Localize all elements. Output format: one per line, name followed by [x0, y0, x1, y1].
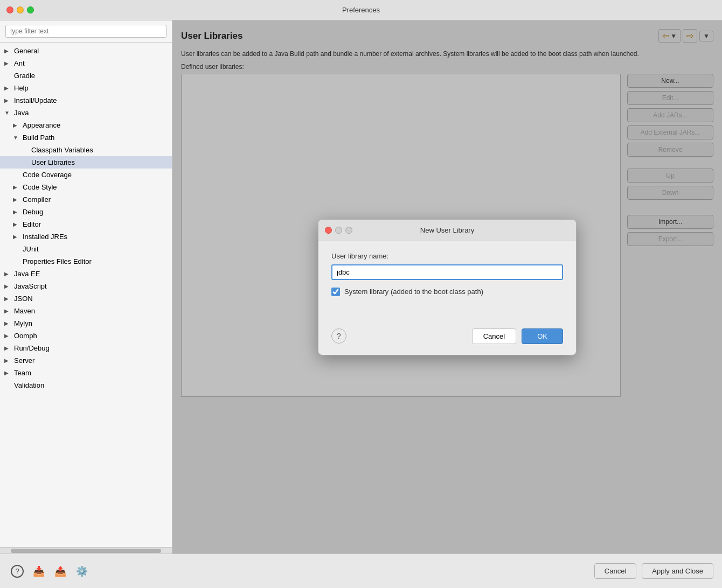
- arrow-icon: [4, 320, 12, 326]
- arrow-icon: [4, 110, 12, 116]
- sidebar-scrollbar[interactable]: [0, 547, 172, 554]
- arrow-icon: [13, 234, 20, 240]
- arrow-icon: [4, 345, 12, 351]
- search-input[interactable]: [5, 25, 166, 38]
- system-library-row: System library (added to the boot class …: [331, 288, 563, 296]
- sidebar-tree: General Ant Gradle Help Install/Update J…: [0, 43, 172, 547]
- sidebar-item-label: Code Style: [23, 183, 57, 191]
- modal-overlay: New User Library User library name: Syst…: [172, 20, 722, 554]
- close-button[interactable]: [6, 6, 13, 13]
- sidebar-item-user-libraries[interactable]: User Libraries: [0, 156, 172, 169]
- bottom-right: Cancel Apply and Close: [594, 563, 713, 579]
- sidebar-item-label: Appearance: [23, 121, 60, 129]
- sidebar-item-label: Ant: [14, 59, 25, 67]
- library-name-input[interactable]: [331, 264, 563, 280]
- sidebar-item-label: Gradle: [14, 72, 35, 80]
- help-icon-button[interactable]: ?: [9, 563, 26, 580]
- sidebar-item-gradle[interactable]: Gradle: [0, 69, 172, 82]
- sidebar-item-label: JavaScript: [14, 282, 47, 290]
- arrow-icon: [4, 296, 12, 302]
- help-button[interactable]: ?: [331, 328, 346, 344]
- arrow-icon: [4, 48, 12, 54]
- sidebar-item-label: Java: [14, 109, 29, 117]
- sidebar-item-general[interactable]: General: [0, 45, 172, 57]
- sidebar-item-editor[interactable]: Editor: [0, 218, 172, 230]
- sidebar-item-label: Debug: [23, 208, 43, 216]
- modal-close-button[interactable]: [325, 227, 332, 234]
- sidebar-item-label: Compiler: [23, 195, 51, 204]
- sidebar-item-code-style[interactable]: Code Style: [0, 181, 172, 193]
- sidebar-item-installed-jres[interactable]: Installed JREs: [0, 230, 172, 243]
- modal-title: New User Library: [420, 226, 474, 234]
- sidebar-item-code-coverage[interactable]: Code Coverage: [0, 169, 172, 181]
- maximize-button[interactable]: [27, 6, 34, 13]
- sidebar-item-java[interactable]: Java: [0, 107, 172, 119]
- import-settings-button[interactable]: 📥: [30, 563, 47, 580]
- sidebar-item-label: Team: [14, 369, 31, 377]
- bottom-bar: ? 📥 📤 ⚙️ Cancel Apply and Close: [0, 554, 722, 588]
- library-name-label: User library name:: [331, 252, 563, 260]
- sidebar-item-java-ee[interactable]: Java EE: [0, 268, 172, 280]
- sidebar-item-help[interactable]: Help: [0, 82, 172, 94]
- modal-titlebar: New User Library: [318, 220, 576, 241]
- sidebar-item-oomph[interactable]: Oomph: [0, 330, 172, 342]
- sidebar-item-junit[interactable]: JUnit: [0, 243, 172, 255]
- arrow-icon: [4, 370, 12, 376]
- modal-window-controls: [325, 227, 352, 234]
- export-settings-button[interactable]: 📤: [52, 563, 69, 580]
- sidebar-item-appearance[interactable]: Appearance: [0, 119, 172, 131]
- window-controls: [6, 6, 34, 13]
- sidebar-item-label: Code Coverage: [23, 171, 72, 179]
- title-bar: Preferences: [0, 0, 722, 20]
- apply-close-button[interactable]: Apply and Close: [642, 563, 713, 579]
- arrow-icon: [13, 135, 20, 141]
- sidebar-item-label: Build Path: [23, 134, 54, 142]
- arrow-icon: [4, 308, 12, 314]
- sidebar-item-install-update[interactable]: Install/Update: [0, 94, 172, 107]
- sidebar-item-label: Oomph: [14, 332, 37, 340]
- new-user-library-dialog: New User Library User library name: Syst…: [318, 219, 577, 355]
- system-library-checkbox[interactable]: [331, 288, 340, 296]
- sidebar-item-json[interactable]: JSON: [0, 292, 172, 305]
- sidebar-item-mylyn[interactable]: Mylyn: [0, 317, 172, 330]
- sidebar-item-label: JUnit: [23, 245, 39, 253]
- cancel-button[interactable]: Cancel: [594, 563, 636, 579]
- search-box: [0, 20, 172, 43]
- sidebar-item-label: Mylyn: [14, 319, 32, 327]
- sidebar-item-properties-files-editor[interactable]: Properties Files Editor: [0, 255, 172, 268]
- sidebar-item-debug[interactable]: Debug: [0, 206, 172, 218]
- sidebar-item-compiler[interactable]: Compiler: [0, 193, 172, 206]
- preferences-icon-button[interactable]: ⚙️: [73, 563, 91, 580]
- arrow-icon: [4, 60, 12, 66]
- sidebar-item-build-path[interactable]: Build Path: [0, 131, 172, 144]
- sidebar-item-label: Validation: [14, 381, 44, 389]
- sidebar-item-run-debug[interactable]: Run/Debug: [0, 342, 172, 354]
- sidebar: General Ant Gradle Help Install/Update J…: [0, 20, 172, 554]
- arrow-icon: [4, 97, 12, 103]
- system-library-label: System library (added to the boot class …: [344, 288, 483, 296]
- arrow-icon: [13, 209, 20, 215]
- modal-cancel-button[interactable]: Cancel: [472, 328, 516, 344]
- sidebar-item-ant[interactable]: Ant: [0, 57, 172, 69]
- arrow-icon: [4, 271, 12, 277]
- bottom-left: ? 📥 📤 ⚙️: [9, 563, 91, 580]
- modal-footer: ? Cancel OK: [318, 328, 576, 355]
- sidebar-item-label: Help: [14, 84, 29, 92]
- sidebar-item-label: Classpath Variables: [31, 146, 93, 154]
- modal-maximize-button[interactable]: [345, 227, 352, 234]
- sidebar-item-classpath-variables[interactable]: Classpath Variables: [0, 144, 172, 156]
- arrow-icon: [13, 122, 20, 128]
- sidebar-item-label: Properties Files Editor: [23, 257, 92, 265]
- export-settings-icon: 📤: [54, 565, 66, 577]
- import-settings-icon: 📥: [33, 565, 45, 577]
- modal-minimize-button[interactable]: [335, 227, 342, 234]
- sidebar-item-javascript[interactable]: JavaScript: [0, 280, 172, 292]
- sidebar-item-maven[interactable]: Maven: [0, 305, 172, 317]
- sidebar-item-validation[interactable]: Validation: [0, 379, 172, 391]
- minimize-button[interactable]: [17, 6, 24, 13]
- arrow-icon: [4, 85, 12, 91]
- modal-ok-button[interactable]: OK: [522, 328, 563, 344]
- sidebar-item-label: User Libraries: [31, 158, 75, 166]
- sidebar-item-server[interactable]: Server: [0, 354, 172, 367]
- sidebar-item-team[interactable]: Team: [0, 367, 172, 379]
